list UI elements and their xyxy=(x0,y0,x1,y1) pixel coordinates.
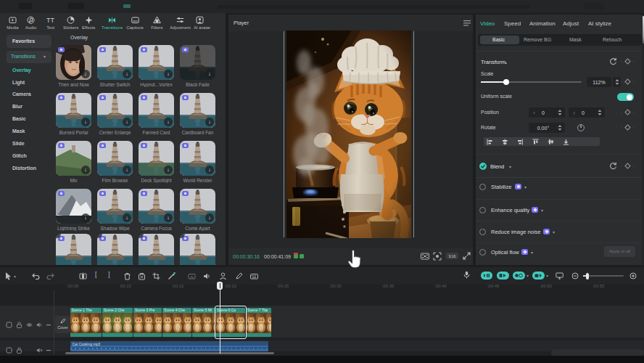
svg-text:TT: TT xyxy=(46,17,54,24)
